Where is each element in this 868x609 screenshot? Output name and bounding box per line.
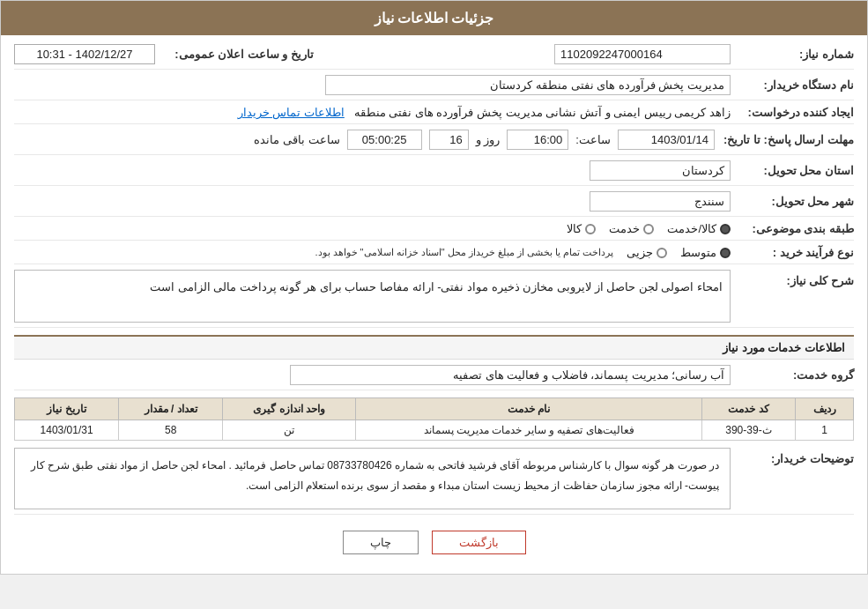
col-name: نام خدمت <box>356 398 701 420</box>
mohlat-value: 1403/01/14 ساعت: 16:00 روز و 16 05:00:25… <box>14 130 715 150</box>
date1-input[interactable]: 1403/01/14 <box>618 130 715 150</box>
dastgah-input[interactable]: مدیریت پخش فرآورده های نفتی منطقه کردستا… <box>325 75 731 95</box>
content-area: شماره نیاز: 1102092247000164 تاریخ و ساع… <box>1 35 867 574</box>
tabaqe-radio-group: کالا/خدمت خدمت کالا <box>14 222 731 235</box>
table-row: 1 ث-39-390 فعالیت‌های تصفیه و سایر خدمات… <box>15 420 854 441</box>
col-radif: ردیف <box>796 398 854 420</box>
farayand-label: نوع فرآیند خرید : <box>731 246 854 259</box>
radio-kala-circle <box>585 224 596 234</box>
radio-motevaset-circle <box>720 248 731 258</box>
table-section: ردیف کد خدمت نام خدمت واحد اندازه گیری ت… <box>14 397 854 441</box>
services-table: ردیف کد خدمت نام خدمت واحد اندازه گیری ت… <box>14 397 854 441</box>
ijad-text: زاهد کریمی رییس ایمنی و آتش نشانی مدیریت… <box>354 106 731 119</box>
gorohe-value: آب رسانی؛ مدیریت پسماند، فاضلاب و فعالیت… <box>14 365 731 385</box>
buttons-row: بازگشت چاپ <box>14 520 854 565</box>
page-title: جزئیات اطلاعات نیاز <box>375 11 494 26</box>
radio-kala-label: کالا <box>567 222 582 235</box>
col-unit: واحد اندازه گیری <box>223 398 356 420</box>
radio-kala-khadamat-label: کالا/خدمت <box>667 222 716 235</box>
baqi-label: ساعت باقی مانده <box>254 133 339 146</box>
print-button[interactable]: چاپ <box>343 531 419 554</box>
cell-radif: 1 <box>796 420 854 441</box>
ostan-value: کردستان <box>14 160 731 181</box>
sharh-box[interactable]: امحاء اصولی لجن حاصل از لایروبی مخازن ذخ… <box>14 270 731 323</box>
shahr-input[interactable]: سنندج <box>590 191 731 212</box>
radio-khadamat-circle <box>643 224 654 234</box>
contact-link[interactable]: اطلاعات تماس خریدار <box>238 106 345 119</box>
back-button[interactable]: بازگشت <box>432 531 526 554</box>
tarikh-box: 1402/12/27 - 10:31 <box>14 44 155 64</box>
mohlat-inline: 1403/01/14 ساعت: 16:00 روز و 16 05:00:25… <box>14 130 715 150</box>
row-shahr: شهر محل تحویل: سنندج <box>14 191 854 217</box>
row-dastgah: نام دستگاه خریدار: مدیریت پخش فرآورده ها… <box>14 75 854 100</box>
sharh-label: شرح کلی نیاز: <box>731 270 854 287</box>
tabaqe-label: طبقه بندی موضوعی: <box>731 222 854 235</box>
cell-code: ث-39-390 <box>701 420 795 441</box>
row-farayand: نوع فرآیند خرید : متوسط جزیی پرداخت تمام… <box>14 246 854 264</box>
col-qty: تعداد / مقدار <box>119 398 223 420</box>
radio-jozi-circle <box>657 248 667 258</box>
shahr-value: سنندج <box>14 191 731 212</box>
row-mohlat: مهلت ارسال پاسخ: تا تاریخ: 1403/01/14 سا… <box>14 130 854 155</box>
col-code: کد خدمت <box>701 398 795 420</box>
radio-jozi-label: جزیی <box>627 246 653 259</box>
gorohe-label: گروه خدمت: <box>731 368 854 382</box>
row-shmare: شماره نیاز: 1102092247000164 تاریخ و ساع… <box>14 44 854 70</box>
header-bar: جزئیات اطلاعات نیاز <box>1 1 867 35</box>
table-head: ردیف کد خدمت نام خدمت واحد اندازه گیری ت… <box>15 398 854 420</box>
radio-khadamat-label: خدمت <box>609 222 640 235</box>
shahr-label: شهر محل تحویل: <box>731 195 854 208</box>
shmare-label: شماره نیاز: <box>731 48 854 61</box>
tarikh-label: تاریخ و ساعت اعلان عمومی: <box>155 48 314 61</box>
process-row: متوسط جزیی پرداخت تمام یا بخشی از مبلغ خ… <box>14 246 731 259</box>
row-ostan: استان محل تحویل: کردستان <box>14 160 854 186</box>
sharh-value: امحاء اصولی لجن حاصل از لایروبی مخازن ذخ… <box>14 270 731 323</box>
radio-kala-khadamat-circle <box>720 224 731 234</box>
table-body: 1 ث-39-390 فعالیت‌های تصفیه و سایر خدمات… <box>15 420 854 441</box>
shmare-input[interactable]: 1102092247000164 <box>554 44 731 64</box>
cell-name: فعالیت‌های تصفیه و سایر خدمات مدیریت پسم… <box>356 420 701 441</box>
row-ijad: ایجاد کننده درخواست: زاهد کریمی رییس ایم… <box>14 106 854 124</box>
row-gorohe: گروه خدمت: آب رسانی؛ مدیریت پسماند، فاضل… <box>14 365 854 390</box>
row-sharh: شرح کلی نیاز: امحاء اصولی لجن حاصل از لا… <box>14 270 854 328</box>
shmare-value: 1102092247000164 <box>314 44 731 64</box>
row-tozihat: توضیحات خریدار: در صورت هر گونه سوال با … <box>14 448 854 515</box>
radio-jozi[interactable]: جزیی <box>627 246 667 259</box>
tozihat-value: در صورت هر گونه سوال با کارشناس مربوطه آ… <box>14 448 731 509</box>
ijad-label: ایجاد کننده درخواست: <box>731 106 854 119</box>
roz-input[interactable]: 16 <box>429 130 469 150</box>
row-tabaqe: طبقه بندی موضوعی: کالا/خدمت خدمت کالا <box>14 222 854 241</box>
farayand-text: پرداخت تمام یا بخشی از مبلغ خریداز محل "… <box>315 247 613 258</box>
radio-motevaset[interactable]: متوسط <box>680 246 731 259</box>
khadamat-section-title: اطلاعات خدمات مورد نیاز <box>14 335 854 360</box>
farayand-value: متوسط جزیی پرداخت تمام یا بخشی از مبلغ خ… <box>14 246 731 259</box>
radio-khadamat[interactable]: خدمت <box>609 222 654 235</box>
cell-date: 1403/01/31 <box>15 420 119 441</box>
dastgah-label: نام دستگاه خریدار: <box>731 78 854 92</box>
col-date: تاریخ نیاز <box>15 398 119 420</box>
cell-qty: 58 <box>119 420 223 441</box>
radio-motevaset-label: متوسط <box>680 246 716 259</box>
ostan-input[interactable]: کردستان <box>590 160 731 181</box>
tozihat-label: توضیحات خریدار: <box>731 448 854 465</box>
mohlat-label: مهلت ارسال پاسخ: تا تاریخ: <box>715 133 854 146</box>
table-header-row: ردیف کد خدمت نام خدمت واحد اندازه گیری ت… <box>15 398 854 420</box>
tabaqe-value: کالا/خدمت خدمت کالا <box>14 222 731 235</box>
baqi-input[interactable]: 05:00:25 <box>347 130 422 150</box>
page-wrapper: جزئیات اطلاعات نیاز شماره نیاز: 11020922… <box>0 0 868 575</box>
roz-label: روز و <box>476 133 501 146</box>
tarikh-value: 1402/12/27 - 10:31 <box>14 44 155 64</box>
radio-kala[interactable]: کالا <box>567 222 596 235</box>
ostan-label: استان محل تحویل: <box>731 164 854 177</box>
radio-kala-khadamat[interactable]: کالا/خدمت <box>667 222 731 235</box>
cell-unit: تن <box>223 420 356 441</box>
saat-input[interactable]: 16:00 <box>507 130 568 150</box>
dastgah-value: مدیریت پخش فرآورده های نفتی منطقه کردستا… <box>14 75 731 95</box>
tozihat-box[interactable]: در صورت هر گونه سوال با کارشناس مربوطه آ… <box>14 448 731 509</box>
gorohe-input[interactable]: آب رسانی؛ مدیریت پسماند، فاضلاب و فعالیت… <box>290 365 731 385</box>
ijad-value: زاهد کریمی رییس ایمنی و آتش نشانی مدیریت… <box>14 106 731 119</box>
saat-label: ساعت: <box>575 133 611 146</box>
